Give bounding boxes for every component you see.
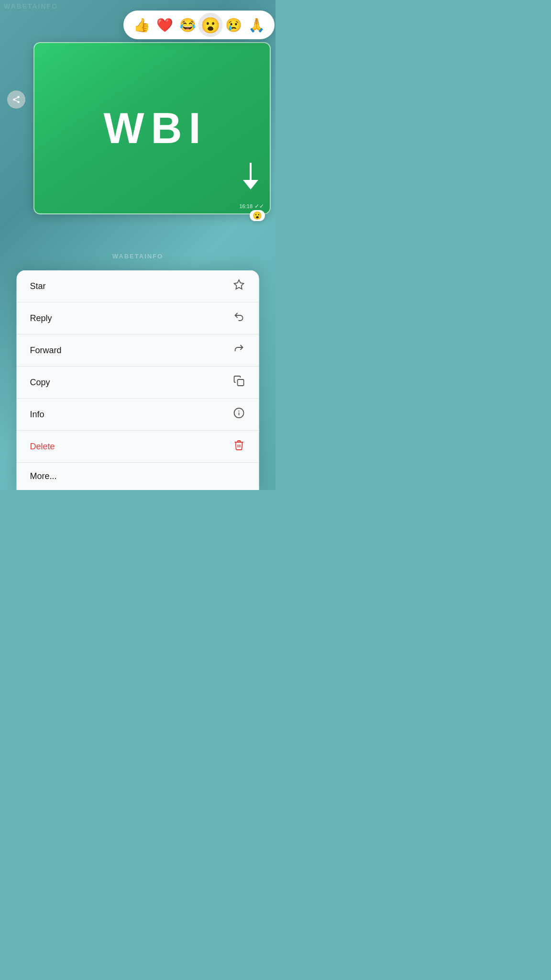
- menu-item-reply[interactable]: Reply: [17, 302, 259, 334]
- menu-label-forward: Forward: [30, 345, 62, 356]
- context-menu: Star Reply Forward Copy: [17, 270, 259, 490]
- emoji-thumbsup[interactable]: 👍: [131, 14, 152, 35]
- star-icon: [232, 279, 245, 293]
- menu-label-more: More...: [30, 471, 57, 481]
- emoji-cry[interactable]: 😢: [223, 14, 244, 35]
- reply-icon: [232, 311, 245, 325]
- emoji-pray[interactable]: 🙏: [246, 14, 267, 35]
- wbi-message-image: W B I 16:18 ✓✓: [33, 42, 271, 214]
- message-timestamp: 16:18 ✓✓: [239, 203, 264, 210]
- menu-label-reply: Reply: [30, 313, 52, 323]
- menu-item-copy[interactable]: Copy: [17, 367, 259, 399]
- emoji-heart[interactable]: ❤️: [154, 14, 175, 35]
- menu-label-star: Star: [30, 281, 46, 291]
- letter-b: B: [151, 107, 182, 150]
- menu-label-copy: Copy: [30, 378, 50, 388]
- menu-item-star[interactable]: Star: [17, 270, 259, 302]
- arrow-head: [243, 180, 258, 189]
- trash-icon: [232, 439, 245, 454]
- letter-w: W: [104, 107, 144, 150]
- watermark-bottom: WABETAINFO: [112, 253, 163, 260]
- read-receipts: ✓✓: [254, 203, 264, 210]
- svg-marker-0: [234, 280, 243, 289]
- emoji-reaction-bar: 👍 ❤️ 😂 😮 😢 🙏: [123, 11, 275, 39]
- share-arrow-icon: [12, 95, 21, 104]
- wbi-logo: W B I: [104, 107, 201, 150]
- info-icon: [232, 407, 245, 422]
- copy-icon: [232, 375, 245, 390]
- arrow-shaft: [250, 163, 252, 180]
- reaction-emoji: 😮: [253, 212, 262, 220]
- forward-icon: [232, 343, 245, 357]
- forward-quick-icon[interactable]: [7, 90, 25, 109]
- download-arrow: [243, 163, 258, 189]
- emoji-laugh[interactable]: 😂: [177, 14, 198, 35]
- message-container: W B I 16:18 ✓✓ 😮: [33, 42, 271, 214]
- menu-item-forward[interactable]: Forward: [17, 334, 259, 367]
- menu-item-delete[interactable]: Delete: [17, 431, 259, 463]
- watermark-top: WABETAINFO: [4, 2, 58, 10]
- message-time: 16:18: [239, 203, 253, 209]
- message-reaction-bubble: 😮: [250, 210, 265, 221]
- menu-label-info: Info: [30, 410, 44, 420]
- svg-rect-1: [237, 379, 243, 386]
- emoji-wow[interactable]: 😮: [198, 13, 223, 37]
- letter-i: I: [188, 107, 200, 150]
- menu-item-more[interactable]: More...: [17, 463, 259, 490]
- menu-label-delete: Delete: [30, 442, 55, 452]
- menu-item-info[interactable]: Info: [17, 399, 259, 431]
